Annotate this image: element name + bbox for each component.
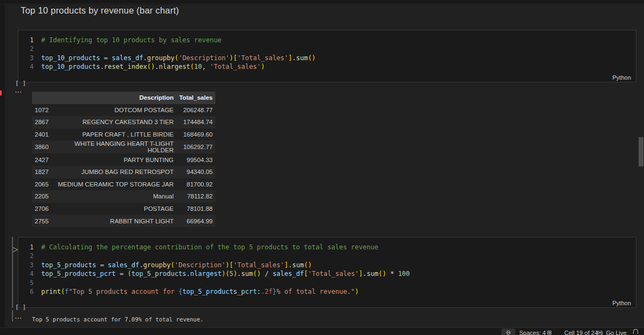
output-options-icon[interactable]: ⋯ xyxy=(15,314,21,322)
cell-language-label[interactable]: Python xyxy=(613,300,631,306)
code-text: # Calculating the percentage contributio… xyxy=(41,243,378,252)
code-line[interactable]: 3top_5_products = sales_df.groupby('Desc… xyxy=(18,261,636,269)
indentation-status[interactable]: Spaces: 4 xyxy=(519,330,546,335)
cell-output-text: Top 5 products account for 7.09% of tota… xyxy=(32,316,203,323)
code-text: top_10_products = sales_df.groupby('Desc… xyxy=(41,54,316,62)
line-number: 4 xyxy=(18,269,41,278)
go-live-button[interactable]: Go Live xyxy=(606,330,627,335)
output-focus-indicator xyxy=(12,310,13,321)
row-index: 2401 xyxy=(32,128,53,141)
code-text: top_10_products.reset_index().nlargest(1… xyxy=(41,62,265,71)
code-editor-1[interactable]: 1# Identifying top 10 products by sales … xyxy=(18,30,636,72)
code-line[interactable]: 4top_10_products.reset_index().nlargest(… xyxy=(18,62,636,71)
table-row: 2401PAPER CRAFT , LITTLE BIRDIE168469.60 xyxy=(32,128,215,141)
cell-total-sales: 81700.92 xyxy=(176,178,215,191)
line-number: 2 xyxy=(18,44,41,53)
line-number: 1 xyxy=(18,243,41,252)
cell-position-status[interactable]: Cell 19 of 24 xyxy=(564,330,598,335)
table-row: 2755RABBIT NIGHT LIGHT66964.99 xyxy=(32,215,215,227)
cell-description: Manual xyxy=(53,190,176,203)
cell-description: POSTAGE xyxy=(53,203,176,215)
table-row: 2205Manual78112.82 xyxy=(32,190,215,203)
editor-left-gutter xyxy=(0,4,5,327)
error-decoration-mark xyxy=(0,91,2,95)
code-line[interactable]: 4top_5_products_pcrt = (top_5_products.n… xyxy=(18,269,636,278)
table-icon[interactable]: ⊞ xyxy=(547,329,552,335)
code-line[interactable]: 6print(f"Top 5 products account for {top… xyxy=(18,287,636,296)
row-index: 2427 xyxy=(32,153,53,166)
run-icon: ▷ xyxy=(12,245,18,253)
row-index: 1072 xyxy=(32,104,53,117)
column-header: Total_sales xyxy=(176,92,215,104)
code-line[interactable]: 1# Identifying top 10 products by sales … xyxy=(18,36,636,44)
cell-description: MEDIUM CERAMIC TOP STORAGE JAR xyxy=(53,178,176,191)
cell-description: DOTCOM POSTAGE xyxy=(53,104,176,117)
code-line[interactable]: 3top_10_products = sales_df.groupby('Des… xyxy=(18,54,636,62)
code-cell-2[interactable]: 1# Calculating the percentage contributi… xyxy=(18,237,636,308)
cell-total-sales: 78101.88 xyxy=(176,203,215,215)
table-row: 2867REGENCY CAKESTAND 3 TIER174484.74 xyxy=(32,116,215,128)
column-header: Description xyxy=(53,92,176,104)
code-text: top_5_products_pcrt = (top_5_products.nl… xyxy=(41,269,410,278)
zoom-out-icon[interactable]: ⊖ xyxy=(501,328,515,335)
row-index: 3860 xyxy=(32,140,53,153)
code-text: top_5_products = sales_df.groupby('Descr… xyxy=(41,261,312,269)
code-text: print(f"Top 5 products account for {top_… xyxy=(41,287,359,296)
row-index: 1827 xyxy=(32,166,53,178)
output-table: DescriptionTotal_sales1072DOTCOM POSTAGE… xyxy=(32,92,215,227)
row-index: 2706 xyxy=(32,203,53,215)
cell-focus-indicator xyxy=(12,237,13,308)
window-top-edge xyxy=(0,0,644,4)
table-header-row: DescriptionTotal_sales xyxy=(32,92,215,104)
cell-description: PARTY BUNTING xyxy=(53,153,176,166)
broadcast-icon[interactable]: ((•)) xyxy=(597,330,602,335)
execution-count-2: [ ] xyxy=(15,304,26,311)
cell-description: WHITE HANGING HEART T-LIGHT HOLDER xyxy=(53,140,176,153)
cell-total-sales: 106292.77 xyxy=(176,140,215,153)
line-number: 3 xyxy=(18,54,41,62)
code-editor-2[interactable]: 1# Calculating the percentage contributi… xyxy=(18,237,636,296)
table-row: 2065MEDIUM CERAMIC TOP STORAGE JAR81700.… xyxy=(32,178,215,191)
table-row: 2706POSTAGE78101.88 xyxy=(32,203,215,215)
code-line[interactable]: 5 xyxy=(18,279,636,287)
line-number: 3 xyxy=(18,261,41,269)
table-row: 3860WHITE HANGING HEART T-LIGHT HOLDER10… xyxy=(32,140,215,153)
line-number: 5 xyxy=(18,279,41,287)
cell-total-sales: 174484.74 xyxy=(176,116,215,128)
vertical-scrollbar-thumb[interactable] xyxy=(639,137,643,166)
execution-count-1: [ ] xyxy=(15,80,26,87)
code-line[interactable]: 2 xyxy=(18,252,636,260)
line-number: 6 xyxy=(18,287,41,296)
line-number: 1 xyxy=(18,36,41,44)
cell-total-sales: 99504.33 xyxy=(176,153,215,166)
table-row: 1072DOTCOM POSTAGE206248.77 xyxy=(32,104,215,117)
row-index: 2867 xyxy=(32,116,53,128)
code-line[interactable]: 1# Calculating the percentage contributi… xyxy=(18,243,636,252)
row-index: 2065 xyxy=(32,178,53,191)
status-bar: ⊖ Spaces: 4 ⊞ Cell 19 of 24 ((•)) Go Liv… xyxy=(0,327,644,335)
cell-total-sales: 168469.60 xyxy=(176,128,215,141)
cell-description: RABBIT NIGHT LIGHT xyxy=(53,215,176,227)
line-number: 4 xyxy=(18,62,41,71)
column-header xyxy=(32,92,53,104)
cell-total-sales: 206248.77 xyxy=(176,104,215,117)
cell-description: REGENCY CAKESTAND 3 TIER xyxy=(53,116,176,128)
output-options-icon[interactable]: ⋯ xyxy=(15,88,21,96)
notebook-editor: Top 10 products by revenue (bar chart) 1… xyxy=(6,5,644,327)
cell-language-label[interactable]: Python xyxy=(613,74,631,81)
row-index: 2755 xyxy=(32,215,53,227)
cell-total-sales: 94340.05 xyxy=(176,166,215,178)
markdown-cell-title[interactable]: Top 10 products by revenue (bar chart) xyxy=(21,5,179,16)
cell-total-sales: 66964.99 xyxy=(176,215,215,227)
table-row: 2427PARTY BUNTING99504.33 xyxy=(32,153,215,166)
code-line[interactable]: 2 xyxy=(18,44,636,53)
code-cell-1[interactable]: 1# Identifying top 10 products by sales … xyxy=(18,30,636,82)
cell-description: JUMBO BAG RED RETROSPOT xyxy=(53,166,176,178)
row-index: 2205 xyxy=(32,190,53,203)
cell-total-sales: 78112.82 xyxy=(176,190,215,203)
bell-icon xyxy=(633,329,638,334)
table-row: 1827JUMBO BAG RED RETROSPOT94340.05 xyxy=(32,166,215,178)
code-text: # Identifying top 10 products by sales r… xyxy=(41,36,221,44)
vscode-window: Top 10 products by revenue (bar chart) 1… xyxy=(0,0,644,335)
notifications-bell-icon[interactable] xyxy=(633,329,638,334)
